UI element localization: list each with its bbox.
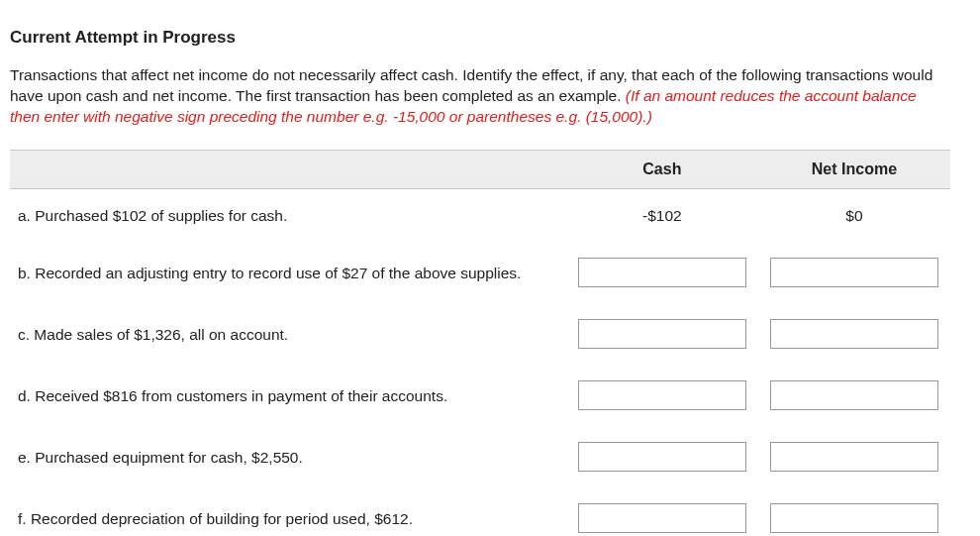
table-row: b. Recorded an adjusting entry to record… <box>10 242 950 303</box>
row-netincome-input[interactable] <box>770 319 938 349</box>
table-row: a. Purchased $102 of supplies for cash. … <box>10 188 950 242</box>
row-netincome-input[interactable] <box>770 380 938 410</box>
row-cash-cell <box>566 365 758 426</box>
row-cash-input[interactable] <box>578 442 746 472</box>
row-netincome-value: $0 <box>845 207 862 225</box>
row-netincome-input[interactable] <box>770 442 938 472</box>
row-label: a. Purchased $102 of supplies for cash. <box>10 188 566 242</box>
header-cash: Cash <box>566 150 758 188</box>
header-blank <box>10 150 566 188</box>
table-row: f. Recorded depreciation of building for… <box>10 487 950 536</box>
row-label: b. Recorded an adjusting entry to record… <box>10 242 566 303</box>
row-cash-input[interactable] <box>578 380 746 410</box>
row-cash-input[interactable] <box>578 319 746 349</box>
row-netincome-cell <box>758 303 950 365</box>
table-row: d. Received $816 from customers in payme… <box>10 365 950 426</box>
row-cash-cell: -$102 <box>566 188 758 242</box>
table-row: e. Purchased equipment for cash, $2,550. <box>10 426 950 487</box>
instructions-block: Transactions that affect net income do n… <box>10 65 950 128</box>
row-cash-input[interactable] <box>578 258 746 287</box>
row-cash-input[interactable] <box>578 503 746 533</box>
row-label: d. Received $816 from customers in payme… <box>10 365 566 426</box>
transactions-table: Cash Net Income a. Purchased $102 of sup… <box>10 150 950 536</box>
row-cash-cell <box>566 242 758 303</box>
row-cash-value: -$102 <box>642 207 682 225</box>
row-netincome-cell: $0 <box>758 188 950 242</box>
row-netincome-cell <box>758 365 950 426</box>
header-net-income: Net Income <box>758 150 950 188</box>
table-header-row: Cash Net Income <box>10 150 950 188</box>
attempt-heading: Current Attempt in Progress <box>10 28 950 48</box>
row-netincome-cell <box>758 487 950 536</box>
row-cash-cell <box>566 303 758 365</box>
row-label: c. Made sales of $1,326, all on account. <box>10 303 566 365</box>
row-label: e. Purchased equipment for cash, $2,550. <box>10 426 566 487</box>
row-netincome-cell <box>758 426 950 487</box>
row-cash-cell <box>566 487 758 536</box>
table-row: c. Made sales of $1,326, all on account. <box>10 303 950 365</box>
question-container: Current Attempt in Progress Transactions… <box>0 0 980 536</box>
row-netincome-cell <box>758 242 950 303</box>
row-netincome-input[interactable] <box>770 503 938 533</box>
row-cash-cell <box>566 426 758 487</box>
row-netincome-input[interactable] <box>770 258 938 287</box>
row-label: f. Recorded depreciation of building for… <box>10 487 566 536</box>
